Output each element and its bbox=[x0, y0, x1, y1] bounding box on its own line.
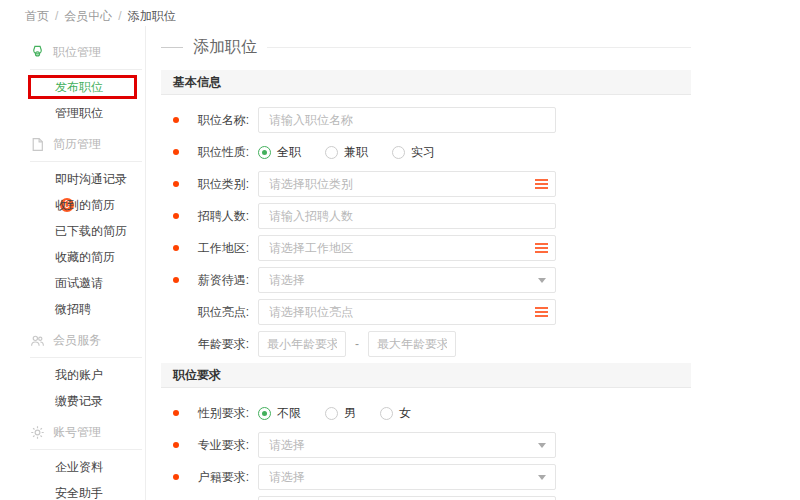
form-row-job-highlights: 职位亮点: bbox=[161, 299, 691, 325]
field-label: 工作地区: bbox=[187, 240, 249, 257]
sidebar-item-link[interactable]: 收到的简历 bbox=[55, 192, 140, 218]
work-area-field bbox=[258, 235, 556, 261]
sidebar-item-label: 缴费记录 bbox=[55, 394, 103, 408]
menu-icon[interactable] bbox=[535, 307, 548, 317]
radio-label: 女 bbox=[399, 405, 411, 422]
field-label: 招聘人数: bbox=[187, 208, 249, 225]
range-separator: - bbox=[355, 337, 359, 351]
education-field bbox=[258, 496, 556, 500]
field-label: 薪资待遇: bbox=[187, 272, 249, 289]
page-title: 添加职位 bbox=[161, 36, 691, 58]
form-row-household: 户籍要求: bbox=[161, 464, 691, 490]
radio-icon bbox=[380, 407, 393, 420]
form-row-major: 专业要求: bbox=[161, 432, 691, 458]
breadcrumb-item: 添加职位 bbox=[128, 9, 176, 23]
chevron-down-icon[interactable] bbox=[538, 443, 546, 448]
field-label: 职位名称: bbox=[187, 112, 249, 129]
radio-option[interactable]: 不限 bbox=[258, 405, 301, 422]
household-field bbox=[258, 464, 556, 490]
chevron-down-icon[interactable] bbox=[538, 475, 546, 480]
sidebar-item-label: 安全助手 bbox=[55, 486, 103, 500]
required-dot bbox=[173, 245, 179, 251]
breadcrumb-separator: / bbox=[55, 9, 58, 23]
breadcrumb-item[interactable]: 会员中心 bbox=[64, 9, 112, 23]
sidebar-section-header: 会员服务 bbox=[30, 330, 145, 350]
sidebar-item-active[interactable]: 发布职位 bbox=[55, 74, 140, 100]
radio-option[interactable]: 兼职 bbox=[325, 144, 368, 161]
major-input[interactable] bbox=[258, 432, 556, 458]
radio-icon bbox=[258, 146, 271, 159]
field-label: 年龄要求: bbox=[187, 336, 249, 353]
sidebar-divider bbox=[30, 357, 142, 358]
sidebar-item-link[interactable]: 微招聘 bbox=[55, 296, 140, 322]
min-age-input[interactable] bbox=[258, 331, 346, 357]
field-label: 职位性质: bbox=[187, 144, 249, 161]
recruit-count-field bbox=[258, 203, 556, 229]
sidebar-item-link[interactable]: 已下载的简历 bbox=[55, 218, 140, 244]
document-icon bbox=[30, 137, 45, 152]
job-name-input[interactable] bbox=[258, 107, 556, 133]
job-category-input[interactable] bbox=[258, 171, 556, 197]
household-input[interactable] bbox=[258, 464, 556, 490]
salary-input[interactable] bbox=[258, 267, 556, 293]
education-input[interactable] bbox=[258, 496, 556, 500]
sidebar-item-link[interactable]: 缴费记录 bbox=[55, 388, 140, 414]
max-age-input[interactable] bbox=[368, 331, 456, 357]
required-dot bbox=[173, 117, 179, 123]
sidebar-section-header: 账号管理 bbox=[30, 422, 145, 442]
sidebar-item-label: 面试邀请 bbox=[55, 276, 103, 290]
radio-option[interactable]: 实习 bbox=[392, 144, 435, 161]
major-field bbox=[258, 432, 556, 458]
recruit-count-input[interactable] bbox=[258, 203, 556, 229]
radio-label: 实习 bbox=[411, 144, 435, 161]
sidebar-item-link[interactable]: 管理职位 bbox=[55, 100, 140, 126]
add-position-form: 基本信息职位名称:职位性质:全职兼职实习职位类别:招聘人数:工作地区:薪资待遇:… bbox=[161, 70, 691, 500]
radio-icon bbox=[392, 146, 405, 159]
sidebar-item-link[interactable]: 面试邀请 bbox=[55, 270, 140, 296]
job-nature-radio-group: 全职兼职实习 bbox=[258, 144, 459, 161]
field-label: 专业要求: bbox=[187, 437, 249, 454]
sidebar-item-label: 企业资料 bbox=[55, 460, 103, 474]
radio-label: 兼职 bbox=[344, 144, 368, 161]
sidebar-item-label: 即时沟通记录 bbox=[55, 172, 127, 186]
menu-icon[interactable] bbox=[535, 243, 548, 253]
required-dot bbox=[173, 149, 179, 155]
menu-icon[interactable] bbox=[535, 179, 548, 189]
sidebar-item-label: 发布职位 bbox=[55, 80, 103, 94]
radio-option[interactable]: 女 bbox=[380, 405, 411, 422]
form-row-job-category: 职位类别: bbox=[161, 171, 691, 197]
form-section-header: 职位要求 bbox=[161, 363, 691, 388]
sidebar-item-link[interactable]: 即时沟通记录0 bbox=[55, 166, 140, 192]
breadcrumb-separator: / bbox=[118, 9, 121, 23]
field-label: 性别要求: bbox=[187, 405, 249, 422]
sidebar-item-link[interactable]: 安全助手 bbox=[55, 480, 140, 500]
sidebar-item-link[interactable]: 收藏的简历 bbox=[55, 244, 140, 270]
sidebar-divider bbox=[30, 449, 142, 450]
sidebar-item-label: 我的账户 bbox=[55, 368, 103, 382]
radio-icon bbox=[258, 407, 271, 420]
sidebar-section-title: 简历管理 bbox=[53, 136, 101, 153]
radio-option[interactable]: 男 bbox=[325, 405, 356, 422]
work-area-input[interactable] bbox=[258, 235, 556, 261]
sidebar-section-title: 会员服务 bbox=[53, 332, 101, 349]
radio-icon bbox=[325, 407, 338, 420]
radio-dot bbox=[262, 411, 267, 416]
radio-label: 不限 bbox=[277, 405, 301, 422]
breadcrumb-item[interactable]: 首页 bbox=[25, 9, 49, 23]
form-row-age-range: 年龄要求:- bbox=[161, 331, 691, 357]
radio-icon bbox=[325, 146, 338, 159]
radio-label: 男 bbox=[344, 405, 356, 422]
sidebar-item-label: 已下载的简历 bbox=[55, 224, 127, 238]
title-rule bbox=[267, 47, 691, 48]
job-category-field bbox=[258, 171, 556, 197]
sidebar-item-link[interactable]: 我的账户 bbox=[55, 362, 140, 388]
sidebar-section-title: 账号管理 bbox=[53, 424, 101, 441]
sidebar: 职位管理发布职位管理职位简历管理即时沟通记录0收到的简历已下载的简历收藏的简历面… bbox=[0, 26, 146, 500]
sidebar-section-header: 简历管理 bbox=[30, 134, 145, 154]
sidebar-item-link[interactable]: 企业资料 bbox=[55, 454, 140, 480]
radio-option[interactable]: 全职 bbox=[258, 144, 301, 161]
sidebar-divider bbox=[30, 69, 142, 70]
job-highlights-input[interactable] bbox=[258, 299, 556, 325]
salary-field bbox=[258, 267, 556, 293]
chevron-down-icon[interactable] bbox=[538, 278, 546, 283]
